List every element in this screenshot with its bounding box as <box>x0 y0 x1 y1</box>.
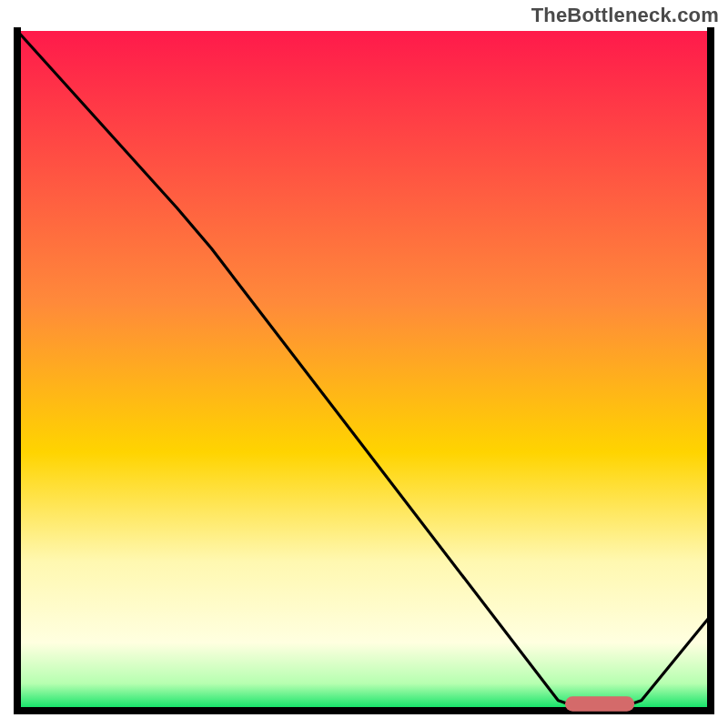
watermark-text: TheBottleneck.com <box>531 4 719 27</box>
chart-svg <box>0 0 728 728</box>
optimal-range-marker <box>565 696 634 711</box>
gradient-background <box>17 31 711 711</box>
bottleneck-chart: TheBottleneck.com <box>0 0 728 728</box>
